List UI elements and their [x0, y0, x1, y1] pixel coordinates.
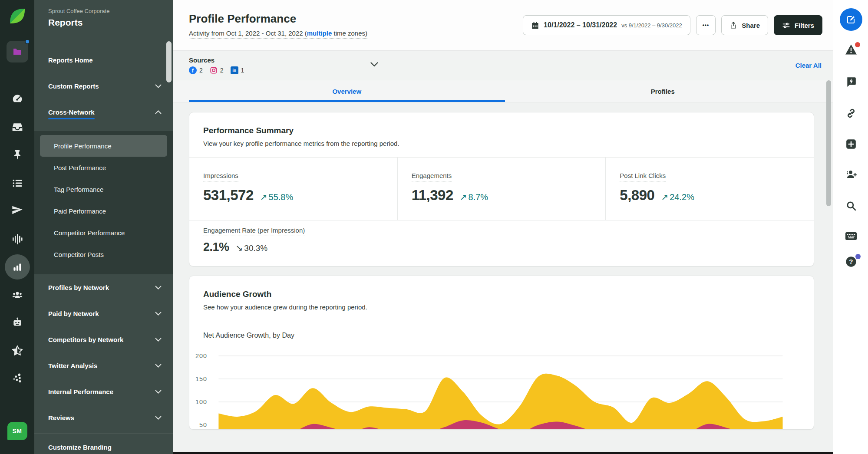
sidebar-header: Sprout Coffee Corporate Reports: [34, 0, 173, 38]
search-button[interactable]: [845, 200, 857, 213]
main-scrollbar-thumb[interactable]: [826, 80, 831, 206]
waveform-icon[interactable]: [0, 233, 34, 245]
paper-plane-icon[interactable]: [0, 204, 34, 216]
inbox-tray-icon[interactable]: [0, 122, 34, 133]
sidebar-item-profiles-by-network[interactable]: Profiles by Network: [34, 274, 173, 300]
dashboard-gauge-icon[interactable]: [0, 93, 34, 105]
sidebar-item-customize-branding[interactable]: Customize Branding: [34, 436, 173, 454]
chevron-up-icon: [155, 110, 162, 114]
sidebar-item-competitors-by-network[interactable]: Competitors by Network: [34, 326, 173, 352]
metric-label[interactable]: Engagement Rate (per Impression): [203, 227, 305, 236]
sidebar-item-profile-performance[interactable]: Profile Performance: [40, 135, 167, 157]
icon-rail: SM: [0, 0, 34, 454]
area-series-net-growth-total: [218, 374, 782, 429]
date-range-button[interactable]: 10/1/2022 – 10/31/2022 vs 9/1/2022 – 9/3…: [523, 15, 690, 35]
area-chart-svg: 20015010050: [189, 349, 814, 429]
person-add-icon: [845, 169, 857, 180]
metric-value: 11,392: [412, 187, 453, 204]
link-button[interactable]: [845, 108, 857, 121]
help-button[interactable]: ?: [845, 256, 857, 270]
date-range-primary: 10/1/2022 – 10/31/2022: [544, 21, 617, 29]
sidebar-title: Reports: [48, 17, 173, 28]
trend-up-icon: ↗: [661, 192, 668, 202]
net-audience-growth-chart[interactable]: 20015010050: [189, 349, 814, 429]
sidebar-item-internal-performance[interactable]: Internal Performance: [34, 378, 173, 405]
help-notification-dot: [855, 254, 861, 259]
keyboard-shortcuts-button[interactable]: [845, 231, 857, 243]
chevron-down-icon: [155, 312, 162, 316]
sidebar-item-post-performance[interactable]: Post Performance: [40, 157, 167, 178]
chevron-down-icon: [155, 338, 162, 342]
tab-profiles[interactable]: Profiles: [505, 80, 821, 102]
share-button[interactable]: Share: [721, 15, 768, 35]
sidebar-item-paid-performance[interactable]: Paid Performance: [40, 200, 167, 222]
star-icon[interactable]: [0, 345, 34, 357]
compose-button[interactable]: [840, 8, 862, 31]
metric-delta: 30.3%: [244, 243, 267, 253]
invite-user-button[interactable]: [845, 169, 857, 182]
clear-all-link[interactable]: Clear All: [795, 62, 822, 69]
reports-sidebar: Sprout Coffee Corporate Reports Reports …: [34, 0, 173, 454]
tab-overview[interactable]: Overview: [189, 80, 505, 102]
folder-notification-dot: [25, 39, 30, 44]
chart-title: Net Audience Growth, by Day: [189, 321, 814, 339]
folders-nav-icon[interactable]: [0, 41, 34, 63]
sidebar-item-reports-home[interactable]: Reports Home: [34, 47, 173, 73]
chat-lightning-icon: [845, 76, 857, 87]
filters-button[interactable]: Filters: [774, 15, 822, 35]
instagram-icon: [210, 66, 218, 74]
trend-up-icon: ↗: [460, 192, 467, 202]
report-tabs: Overview Profiles: [173, 80, 833, 102]
account-name: Sprout Coffee Corporate: [48, 8, 173, 14]
report-scroll-area: Performance Summary View your key profil…: [173, 102, 833, 454]
sidebar-item-competitor-posts[interactable]: Competitor Posts: [40, 243, 167, 265]
trend-down-icon: ↘: [236, 243, 243, 253]
metric-delta: 24.2%: [670, 192, 694, 202]
people-icon[interactable]: [0, 289, 34, 301]
viewport-cutoff-strip: [173, 452, 833, 454]
user-avatar[interactable]: SM: [0, 422, 34, 440]
multiple-timezones-link[interactable]: multiple: [307, 30, 332, 37]
sidebar-item-tag-performance[interactable]: Tag Performance: [40, 178, 167, 200]
sidebar-scrollbar-thumb[interactable]: [166, 41, 172, 82]
cross-network-submenu: Profile Performance Post Performance Tag…: [34, 131, 173, 274]
sidebar-item-cross-network[interactable]: Cross-Network: [34, 99, 173, 125]
plus-square-icon: [845, 138, 857, 150]
metric-label[interactable]: Post Link Clicks: [620, 172, 666, 181]
metric-label[interactable]: Engagements: [412, 172, 452, 181]
alerts-button[interactable]: [845, 44, 857, 57]
compose-icon: [846, 14, 856, 25]
reports-bar-chart-icon[interactable]: [0, 254, 34, 280]
facebook-icon: f: [189, 66, 197, 74]
main-content: Profile Performance Activity from Oct 1,…: [173, 0, 833, 454]
metric-engagements: Engagements 11,392 ↗8.7%: [397, 158, 606, 220]
pin-icon[interactable]: [0, 149, 34, 160]
sidebar-item-competitor-performance[interactable]: Competitor Performance: [40, 222, 167, 243]
search-icon: [845, 200, 857, 211]
sprout-logo-icon[interactable]: [0, 6, 34, 26]
metric-label[interactable]: Impressions: [203, 172, 238, 181]
performance-summary-title: Performance Summary: [203, 126, 800, 135]
share-icon: [729, 21, 737, 29]
performance-summary-description: View your key profile performance metric…: [203, 140, 800, 147]
sidebar-item-reviews[interactable]: Reviews: [34, 405, 173, 431]
sources-expand-chevron-icon[interactable]: [370, 62, 378, 67]
apps-dots-icon[interactable]: [0, 372, 34, 384]
source-linkedin: in 1: [231, 66, 244, 74]
report-subtitle: Activity from Oct 1, 2022 - Oct 31, 2022…: [189, 30, 367, 39]
sidebar-item-paid-by-network[interactable]: Paid by Network: [34, 300, 173, 326]
more-options-button[interactable]: •••: [696, 15, 716, 35]
add-button[interactable]: [845, 138, 857, 151]
bot-icon[interactable]: [0, 317, 34, 328]
sidebar-item-custom-reports[interactable]: Custom Reports: [34, 73, 173, 99]
y-axis-tick-label: 50: [199, 421, 207, 428]
chevron-down-icon: [155, 390, 162, 394]
source-facebook: f 2: [189, 66, 203, 74]
sidebar-item-twitter-analysis[interactable]: Twitter Analysis: [34, 352, 173, 378]
utility-rail: ?: [833, 0, 868, 454]
list-icon[interactable]: [0, 178, 34, 189]
filters-sliders-icon: [782, 21, 790, 30]
quick-actions-button[interactable]: [845, 76, 857, 89]
chevron-down-icon: [155, 364, 162, 368]
metric-value: 5,890: [620, 187, 654, 204]
